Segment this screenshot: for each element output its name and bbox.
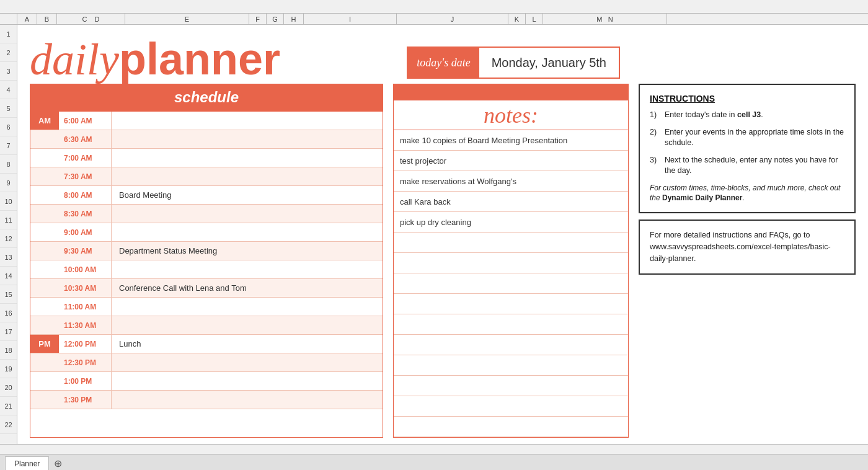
logo-planner: planner [119,34,280,84]
logo-daily: daily [30,35,119,84]
col-header-l: M N [543,14,667,24]
am-empty [30,167,59,185]
notes-row-4[interactable]: call Kara back [394,192,628,212]
notes-row-6[interactable] [394,233,628,253]
notes-row-3[interactable]: make reservations at Wolfgang's [394,171,628,192]
instructions-title: INSTRUCTIONS [650,94,844,104]
notes-title-area: notes: [393,100,629,130]
time-1000am: 10:00 AM [59,260,112,278]
am-empty [30,205,59,223]
row-num-18: 18 [0,341,17,360]
notes-row-7[interactable] [394,253,628,273]
notes-row-2[interactable]: test projector [394,151,628,171]
notes-row-1[interactable]: make 10 copies of Board Meeting Presenta… [394,130,628,151]
row-num-1: 1 [0,25,17,43]
time-930am: 9:30 AM [59,242,112,260]
schedule-row: AM 6:00 AM [30,112,383,130]
sheet-tab-planner[interactable]: Planner [5,456,49,470]
time-1230pm: 12:30 PM [59,353,112,371]
date-label-text: today's date [417,56,470,69]
notes-title: notes: [484,102,538,128]
notes-row-14[interactable] [394,396,628,417]
scrollbar-row [0,444,868,454]
row-num-17: 17 [0,322,17,341]
am-empty [30,223,59,241]
schedule-col: schedule AM 6:00 AM 6:30 AM [30,84,383,438]
notes-row-9[interactable] [394,294,628,314]
row-num-2: 2 [0,43,17,62]
schedule-header: schedule [30,84,383,111]
schedule-row: 9:30 AM Department Status Meeting [30,242,383,260]
instructions-col: INSTRUCTIONS 1) Enter today's date in ce… [639,84,856,438]
col-header-f: G [267,14,284,24]
am-label: AM [30,112,59,130]
col-header-g: H [284,14,304,24]
schedule-row: 12:30 PM [30,353,383,372]
am-empty [30,186,59,204]
date-value[interactable]: Monday, January 5th [479,56,619,70]
schedule-row: 8:00 AM Board Meeting [30,186,383,205]
event-1030am[interactable]: Conference Call with Lena and Tom [112,283,383,293]
time-630am: 6:30 AM [59,130,112,148]
am-empty [30,260,59,278]
time-830am: 8:30 AM [59,205,112,223]
row-num-13: 13 [0,248,17,267]
schedule-row: 1:00 PM [30,372,383,391]
row-numbers: 1 2 3 4 5 6 7 8 9 10 11 12 13 14 15 16 1… [0,25,17,444]
row-num-10: 10 [0,192,17,211]
notes-row-5[interactable]: pick up dry cleaning [394,212,628,233]
row-num-3: 3 [0,62,17,81]
date-label: today's date [408,48,479,78]
notes-row-12[interactable] [394,355,628,376]
row-num-22: 22 [0,415,17,434]
event-930am[interactable]: Department Status Meeting [112,246,383,255]
notes-row-11[interactable] [394,335,628,355]
col-header-c: C D [57,14,125,24]
am-empty [30,149,59,167]
tab-add-button[interactable]: ⊕ [50,456,66,470]
event-800am[interactable]: Board Meeting [112,190,383,200]
notes-row-15[interactable] [394,417,628,437]
spreadsheet-wrapper: A B C D E F G H I J K L M N 1 2 3 4 5 6 … [0,0,868,470]
am-empty [30,130,59,148]
schedule-row: PM 12:00 PM Lunch [30,335,383,353]
content-columns: schedule AM 6:00 AM 6:30 AM [30,84,856,438]
step-text-2: Enter your events in the appropriate tim… [665,127,844,149]
notes-row-13[interactable] [394,376,628,396]
col-header-d: E [125,14,249,24]
formula-bar [0,0,868,14]
row-num-8: 8 [0,155,17,174]
row-num-19: 19 [0,360,17,378]
schedule-row: 7:00 AM [30,149,383,167]
schedule-row: 6:30 AM [30,130,383,149]
time-1100am: 11:00 AM [59,298,112,316]
schedule-row: 7:30 AM [30,167,383,186]
row-num-20: 20 [0,378,17,397]
step-num-2: 2) [650,127,661,149]
schedule-row: 11:30 AM [30,316,383,335]
time-1130am: 11:30 AM [59,316,112,334]
row-num-21: 21 [0,397,17,415]
notes-header [393,84,629,100]
event-1200pm[interactable]: Lunch [112,339,383,348]
time-700am: 7:00 AM [59,149,112,167]
date-box: today's date Monday, January 5th [407,47,620,79]
time-100pm: 1:00 PM [59,372,112,390]
notes-row-8[interactable] [394,273,628,294]
schedule-row: 10:30 AM Conference Call with Lena and T… [30,279,383,298]
pm-empty [30,391,59,409]
schedule-row: 11:00 AM [30,298,383,316]
am-empty [30,316,59,334]
schedule-row: 8:30 AM [30,205,383,223]
instructions-step-3: 3) Next to the schedule, enter any notes… [650,155,844,177]
notes-col: notes: make 10 copies of Board Meeting P… [393,84,629,438]
col-header-j: K [508,14,526,24]
col-header-e: F [249,14,267,24]
col-header-h: I [304,14,397,24]
pm-empty [30,372,59,390]
step-num-1: 1) [650,110,661,121]
col-header-a: A [17,14,37,24]
row-num-4: 4 [0,81,17,99]
notes-row-10[interactable] [394,314,628,335]
header-row: dailyplanner today's date Monday, Januar… [30,40,856,79]
